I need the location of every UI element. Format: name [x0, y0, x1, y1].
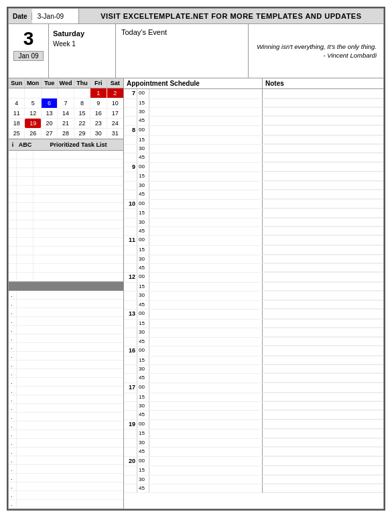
extra-content[interactable]	[17, 430, 123, 438]
appt-slot[interactable]	[149, 356, 263, 364]
notes-slot[interactable]	[263, 108, 383, 116]
notes-slot[interactable]	[263, 283, 383, 291]
task-row[interactable]	[9, 212, 123, 220]
task-cell-c3[interactable]	[34, 238, 123, 246]
appt-slot[interactable]	[149, 393, 263, 401]
notes-slot[interactable]	[263, 383, 383, 393]
appt-slot[interactable]	[149, 402, 263, 410]
extra-content[interactable]	[17, 491, 123, 499]
notes-slot[interactable]	[263, 484, 383, 492]
task-row[interactable]	[9, 186, 123, 194]
notes-slot[interactable]	[263, 346, 383, 356]
event-box[interactable]: Today's Event	[116, 24, 249, 78]
extra-content[interactable]	[17, 474, 123, 482]
appt-slot[interactable]	[149, 190, 263, 198]
appt-slot[interactable]	[149, 126, 263, 135]
extra-content[interactable]	[17, 343, 123, 351]
notes-slot[interactable]	[263, 246, 383, 254]
notes-slot[interactable]	[263, 99, 383, 107]
appt-slot[interactable]	[149, 365, 263, 373]
extra-content[interactable]	[17, 308, 123, 316]
extra-content[interactable]	[17, 421, 123, 429]
task-cell-c3[interactable]	[34, 247, 123, 255]
task-row[interactable]	[9, 238, 123, 247]
notes-slot[interactable]	[263, 374, 383, 382]
notes-slot[interactable]	[263, 117, 383, 125]
appt-slot[interactable]	[149, 200, 263, 209]
task-cell-c3[interactable]	[34, 159, 123, 168]
appt-slot[interactable]	[149, 273, 263, 282]
appt-slot[interactable]	[149, 182, 263, 190]
notes-slot[interactable]	[263, 273, 383, 282]
extra-content[interactable]	[17, 500, 123, 508]
appt-slot[interactable]	[149, 153, 263, 161]
notes-slot[interactable]	[263, 457, 383, 466]
task-row[interactable]	[9, 159, 123, 168]
appt-slot[interactable]	[149, 484, 263, 492]
appt-slot[interactable]	[149, 429, 263, 438]
task-cell-c3[interactable]	[34, 229, 123, 237]
appt-slot[interactable]	[149, 283, 263, 291]
task-cell-c3[interactable]	[34, 168, 123, 176]
task-row[interactable]	[9, 177, 123, 186]
notes-slot[interactable]	[263, 439, 383, 447]
extra-content[interactable]	[17, 326, 123, 334]
task-cell-c3[interactable]	[34, 220, 123, 228]
notes-slot[interactable]	[263, 200, 383, 209]
extra-content[interactable]	[17, 404, 123, 412]
notes-slot[interactable]	[263, 190, 383, 198]
appt-slot[interactable]	[149, 145, 263, 153]
task-row[interactable]	[9, 255, 123, 264]
appt-slot[interactable]	[149, 218, 263, 226]
appt-slot[interactable]	[149, 99, 263, 107]
notes-slot[interactable]	[263, 402, 383, 410]
extra-content[interactable]	[17, 482, 123, 490]
task-cell-c3[interactable]	[34, 273, 123, 281]
appt-slot[interactable]	[149, 411, 263, 419]
extra-content[interactable]	[17, 387, 123, 395]
task-row[interactable]	[9, 194, 123, 203]
extra-content[interactable]	[17, 456, 123, 464]
task-cell-c3[interactable]	[34, 255, 123, 263]
appt-slot[interactable]	[149, 264, 263, 272]
task-row[interactable]	[9, 203, 123, 212]
appt-slot[interactable]	[149, 227, 263, 235]
appt-slot[interactable]	[149, 172, 263, 180]
task-row[interactable]	[9, 151, 123, 159]
notes-slot[interactable]	[263, 429, 383, 438]
appt-slot[interactable]	[149, 163, 263, 172]
appt-slot[interactable]	[149, 448, 263, 456]
appt-slot[interactable]	[149, 457, 263, 466]
appt-slot[interactable]	[149, 89, 263, 98]
appt-slot[interactable]	[149, 328, 263, 336]
extra-content[interactable]	[17, 413, 123, 421]
task-row[interactable]	[9, 273, 123, 281]
appt-slot[interactable]	[149, 255, 263, 263]
task-cell-c3[interactable]	[34, 212, 123, 220]
notes-slot[interactable]	[263, 411, 383, 419]
notes-slot[interactable]	[263, 264, 383, 272]
notes-slot[interactable]	[263, 209, 383, 217]
extra-content[interactable]	[17, 291, 123, 299]
appt-slot[interactable]	[149, 291, 263, 300]
task-cell-c3[interactable]	[34, 151, 123, 159]
notes-slot[interactable]	[263, 255, 383, 263]
notes-slot[interactable]	[263, 182, 383, 190]
notes-slot[interactable]	[263, 89, 383, 98]
extra-content[interactable]	[17, 300, 123, 308]
notes-slot[interactable]	[263, 338, 383, 346]
notes-slot[interactable]	[263, 227, 383, 235]
notes-slot[interactable]	[263, 172, 383, 180]
appt-slot[interactable]	[149, 117, 263, 125]
appt-slot[interactable]	[149, 320, 263, 328]
extra-content[interactable]	[17, 378, 123, 386]
notes-slot[interactable]	[263, 153, 383, 161]
notes-slot[interactable]	[263, 365, 383, 373]
appt-slot[interactable]	[149, 420, 263, 429]
appt-slot[interactable]	[149, 209, 263, 217]
notes-slot[interactable]	[263, 328, 383, 336]
task-cell-c3[interactable]	[34, 203, 123, 211]
appt-slot[interactable]	[149, 236, 263, 245]
notes-slot[interactable]	[263, 466, 383, 474]
task-cell-c3[interactable]	[34, 186, 123, 194]
